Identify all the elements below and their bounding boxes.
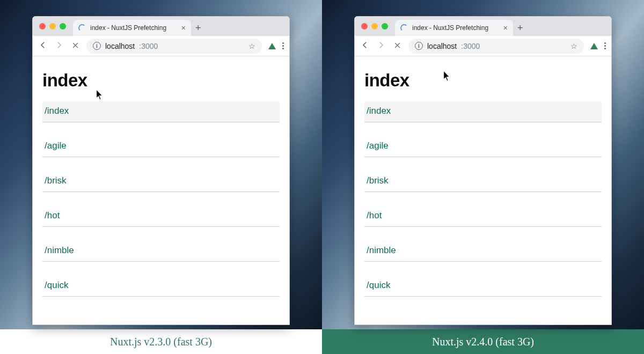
new-tab-button[interactable]: +	[517, 23, 523, 33]
close-tab-icon[interactable]: ×	[181, 24, 186, 32]
browser-menu-button[interactable]	[282, 42, 284, 49]
browser-toolbar: i localhost:3000 ☆	[33, 36, 289, 56]
nuxt-extension-icon[interactable]	[590, 43, 598, 49]
url-port: :3000	[461, 42, 480, 50]
back-button[interactable]	[360, 40, 370, 51]
link-list: /index /agile /brisk /hot /nimble /quick	[42, 101, 280, 297]
comparison-panel-right: index - NuxtJS Prefetching × + i localho…	[322, 0, 644, 354]
nav-link[interactable]: /index	[42, 101, 280, 122]
nav-link[interactable]: /hot	[42, 206, 280, 227]
page-title: index	[364, 70, 602, 91]
loading-spinner-icon	[400, 24, 408, 32]
close-tab-icon[interactable]: ×	[503, 24, 508, 32]
new-tab-button[interactable]: +	[195, 23, 201, 33]
stop-reload-button[interactable]	[70, 41, 80, 51]
page-title: index	[42, 70, 280, 91]
maximize-window-button[interactable]	[382, 23, 388, 30]
nav-link[interactable]: /agile	[364, 136, 602, 157]
stop-reload-button[interactable]	[392, 41, 402, 51]
caption-label: Nuxt.js v2.4.0 (fast 3G)	[322, 329, 644, 354]
nav-link[interactable]: /agile	[42, 136, 280, 157]
nav-link[interactable]: /quick	[42, 276, 280, 297]
url-host: localhost	[427, 42, 457, 50]
window-controls	[39, 23, 66, 30]
browser-toolbar: i localhost:3000 ☆	[355, 36, 611, 56]
desktop-background: index - NuxtJS Prefetching × + i localho…	[322, 0, 644, 329]
close-window-button[interactable]	[39, 23, 46, 30]
forward-button[interactable]	[54, 40, 64, 51]
address-bar[interactable]: i localhost:3000 ☆	[86, 39, 262, 54]
browser-tabstrip: index - NuxtJS Prefetching × +	[355, 17, 611, 36]
nav-link[interactable]: /quick	[364, 276, 602, 297]
nav-link[interactable]: /brisk	[364, 171, 602, 192]
minimize-window-button[interactable]	[49, 23, 56, 30]
page-content: index /index /agile /brisk /hot /nimble …	[355, 56, 611, 324]
tab-title: index - NuxtJS Prefetching	[90, 24, 177, 32]
address-bar[interactable]: i localhost:3000 ☆	[408, 39, 584, 54]
browser-tab[interactable]: index - NuxtJS Prefetching ×	[73, 20, 191, 36]
caption-label: Nuxt.js v2.3.0 (fast 3G)	[0, 329, 322, 354]
site-info-icon[interactable]: i	[415, 42, 423, 50]
browser-tabstrip: index - NuxtJS Prefetching × +	[33, 17, 289, 36]
browser-menu-button[interactable]	[604, 42, 606, 49]
url-host: localhost	[105, 42, 135, 50]
close-window-button[interactable]	[361, 23, 368, 30]
nav-link[interactable]: /nimble	[364, 241, 602, 262]
browser-window: index - NuxtJS Prefetching × + i localho…	[354, 16, 612, 325]
forward-button[interactable]	[376, 40, 386, 51]
minimize-window-button[interactable]	[371, 23, 378, 30]
tab-title: index - NuxtJS Prefetching	[412, 24, 499, 32]
bookmark-star-icon[interactable]: ☆	[248, 42, 255, 50]
nav-link[interactable]: /index	[364, 101, 602, 122]
window-controls	[361, 23, 388, 30]
url-port: :3000	[139, 42, 158, 50]
bookmark-star-icon[interactable]: ☆	[570, 42, 577, 50]
nav-link[interactable]: /hot	[364, 206, 602, 227]
browser-tab[interactable]: index - NuxtJS Prefetching ×	[395, 20, 513, 36]
loading-spinner-icon	[78, 24, 86, 32]
nav-link[interactable]: /brisk	[42, 171, 280, 192]
browser-window: index - NuxtJS Prefetching × + i localho…	[32, 16, 290, 325]
back-button[interactable]	[38, 40, 48, 51]
site-info-icon[interactable]: i	[93, 42, 101, 50]
nav-link[interactable]: /nimble	[42, 241, 280, 262]
link-list: /index /agile /brisk /hot /nimble /quick	[364, 101, 602, 297]
nuxt-extension-icon[interactable]	[268, 43, 276, 49]
maximize-window-button[interactable]	[60, 23, 66, 30]
desktop-background: index - NuxtJS Prefetching × + i localho…	[0, 0, 322, 329]
comparison-panel-left: index - NuxtJS Prefetching × + i localho…	[0, 0, 322, 354]
page-content: index /index /agile /brisk /hot /nimble …	[33, 56, 289, 324]
